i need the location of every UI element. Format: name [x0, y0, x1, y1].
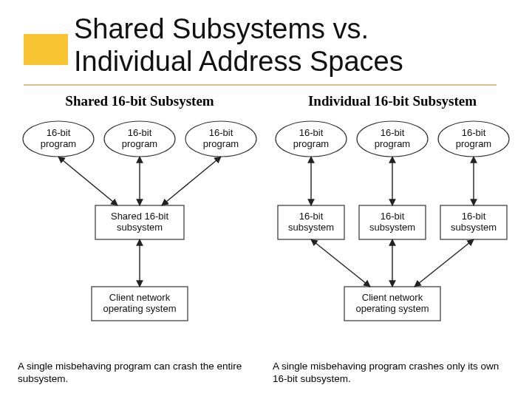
program-node: 16-bitprogram — [438, 121, 509, 157]
left-column: Shared 16-bit Subsystem 16-bitprogram 16… — [18, 93, 262, 338]
left-diagram: 16-bitprogram 16-bitprogram 16-bitprogra… — [18, 117, 262, 338]
slide-title: Shared Subsystems vs. Individual Address… — [74, 13, 403, 78]
svg-line-19 — [311, 239, 370, 287]
svg-line-5 — [58, 157, 117, 205]
title-underline — [24, 84, 497, 86]
right-column: Individual 16-bit Subsystem 16-bitprogra… — [270, 93, 514, 338]
left-caption: A single misbehaving program can crash t… — [18, 361, 259, 386]
client-os-node: Client networkoperating system — [344, 287, 440, 321]
program-node: 16-bitprogram — [185, 121, 256, 157]
columns: Shared 16-bit Subsystem 16-bitprogram 16… — [18, 93, 514, 338]
subsystem-node: 16-bitsubsystem — [440, 205, 507, 239]
right-caption: A single misbehaving program crashes onl… — [273, 361, 514, 386]
left-heading: Shared 16-bit Subsystem — [65, 93, 214, 109]
accent-block — [24, 34, 68, 65]
title-line-1: Shared Subsystems vs. — [74, 13, 369, 44]
program-node: 16-bitprogram — [276, 121, 347, 157]
program-node: 16-bitprogram — [23, 121, 94, 157]
program-node: 16-bitprogram — [357, 121, 428, 157]
client-os-node: Client networkoperating system — [92, 287, 188, 321]
svg-line-7 — [162, 157, 221, 205]
title-line-2: Individual Address Spaces — [74, 46, 403, 77]
client-box-label: Client networkoperating system — [103, 292, 177, 314]
svg-line-21 — [415, 239, 474, 287]
subsystem-node: 16-bitsubsystem — [278, 205, 344, 239]
caption-row: A single misbehaving program can crash t… — [18, 356, 514, 386]
program-node: 16-bitprogram — [104, 121, 175, 157]
subsystem-node: 16-bitsubsystem — [359, 205, 426, 239]
client-box-label: Client networkoperating system — [356, 292, 429, 314]
right-heading: Individual 16-bit Subsystem — [308, 93, 477, 109]
shared-box-label: Shared 16-bitsubsystem — [111, 211, 168, 233]
shared-subsystem-node: Shared 16-bitsubsystem — [95, 205, 184, 239]
right-diagram: 16-bitprogram 16-bitprogram 16-bitprogra… — [270, 117, 514, 338]
